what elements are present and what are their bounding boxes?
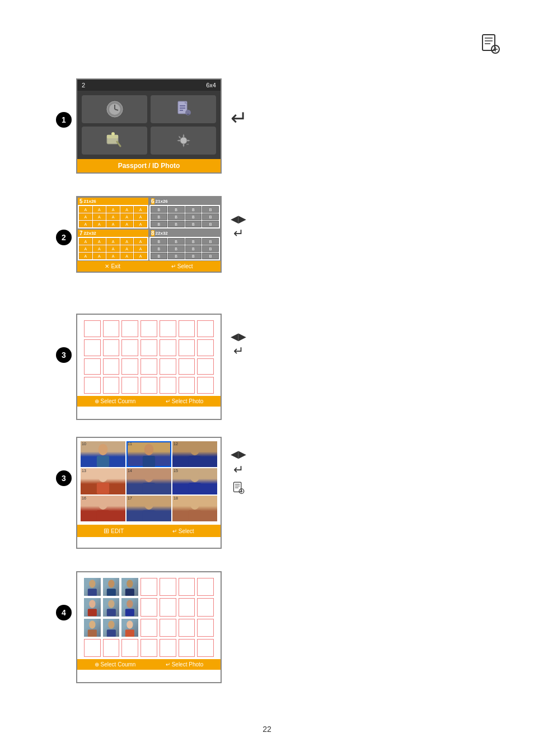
passport-slot-empty — [179, 598, 195, 616]
svg-rect-55 — [107, 609, 116, 617]
photo-num: 10 — [82, 442, 86, 446]
photo-cell-16: 16 — [81, 496, 125, 521]
step2-grid-top: 5 21x26 AAAAA AAAAA AAAAA — [77, 197, 221, 229]
screen1-size: 6x4 — [206, 82, 216, 88]
step3a-screen: ⊕ Select Coumn ↵ Select Photo — [76, 314, 222, 420]
photo-cell-18: 18 — [172, 496, 217, 521]
photo-slot — [140, 358, 157, 375]
lr-arrows3-icon: ◀▶ — [231, 448, 246, 460]
svg-point-52 — [89, 600, 95, 608]
svg-rect-61 — [107, 629, 116, 637]
photo-slot — [160, 320, 176, 337]
select-button2[interactable]: ↵ Select — [172, 528, 194, 534]
photo-slot — [160, 358, 176, 375]
passport-slot-filled — [84, 578, 101, 596]
step4-number: 4 — [56, 605, 72, 620]
photo-slot — [140, 320, 157, 337]
svg-point-23 — [144, 444, 154, 455]
cell8-num: 8 — [151, 230, 154, 236]
photo-slot — [197, 320, 214, 337]
select-column-button[interactable]: ⊕ Select Coumn — [95, 398, 136, 404]
photo-num: 18 — [174, 496, 178, 500]
svg-point-48 — [108, 580, 114, 588]
photo-slot — [179, 339, 195, 356]
select-button[interactable]: ↵ Select — [171, 263, 193, 269]
svg-rect-63 — [125, 629, 134, 637]
passport-slot-empty — [140, 598, 157, 616]
photo-slot — [121, 339, 138, 356]
icon-document — [151, 95, 216, 123]
enter-icon4: ↵ — [166, 661, 170, 668]
icon-hand-touch — [82, 127, 147, 155]
svg-rect-57 — [125, 609, 134, 617]
cell8-size: 22x32 — [156, 231, 168, 236]
exit-icon: ✕ — [105, 263, 109, 269]
photo-slot — [179, 377, 195, 394]
passport-photo-label: Passport / ID Photo — [118, 162, 180, 170]
column2-icon: ⊕ — [95, 661, 99, 668]
photo-num: 15 — [174, 469, 178, 473]
photo-slot — [121, 377, 138, 394]
step3b-footer: ⊞ EDIT ↵ Select — [77, 525, 221, 537]
photo-slot — [197, 358, 214, 375]
step3b-number: 3 — [56, 470, 72, 486]
select-label2: Select — [179, 528, 194, 534]
step3a-container: 3 — [56, 314, 246, 420]
lr-arrows-icon: ◀▶ — [231, 213, 246, 225]
exit-button[interactable]: ✕ Exit — [105, 263, 120, 269]
cell5-size: 21x26 — [84, 199, 96, 204]
passport-slot-empty — [179, 578, 195, 596]
svg-rect-0 — [483, 35, 495, 50]
step4-screen: ⊕ Select Coumn ↵ Select Photo — [76, 571, 222, 683]
passport-slot-empty — [160, 598, 176, 616]
cell7-num: 7 — [79, 230, 83, 236]
photo-slot — [140, 339, 157, 356]
passport-slot-empty — [140, 619, 157, 637]
select-column2-label: Select Coumn — [101, 661, 136, 668]
step1-container: 1 2 6x4 — [56, 78, 247, 174]
passport-slot-empty — [84, 639, 101, 657]
photo-num: 17 — [128, 496, 132, 500]
edit-button[interactable]: ⊞ EDIT — [104, 527, 124, 535]
photo-num: 14 — [128, 469, 132, 473]
svg-point-31 — [190, 471, 200, 482]
photo-slot — [84, 377, 101, 394]
photo-cell-12: 12 — [172, 441, 217, 467]
select-column-label: Select Coumn — [101, 398, 136, 404]
svg-rect-24 — [143, 456, 155, 467]
passport-slot-empty — [160, 619, 176, 637]
screen1-icon-grid — [77, 91, 221, 159]
photo-num: 11 — [128, 442, 132, 446]
lr-arrows2-icon: ◀▶ — [231, 330, 246, 343]
svg-rect-28 — [97, 483, 109, 494]
step1-number: 1 — [56, 112, 72, 128]
photo-slot — [84, 320, 101, 337]
passport-slot-filled — [84, 598, 101, 616]
svg-point-62 — [127, 620, 133, 629]
select-photo-button[interactable]: ↵ Select Photo — [166, 398, 204, 404]
photo-slot — [103, 339, 120, 356]
photo-cell-14: 14 — [127, 468, 171, 494]
photo-slot — [179, 358, 195, 375]
passport-slot-empty — [179, 639, 195, 657]
svg-point-29 — [144, 471, 154, 482]
passport-slot-empty — [197, 578, 214, 596]
step3a-footer: ⊕ Select Coumn ↵ Select Photo — [77, 396, 221, 407]
select-photo2-button[interactable]: ↵ Select Photo — [166, 661, 204, 668]
step2-container: 2 5 21x26 AAAAA AAAAA AAAAA — [56, 196, 246, 273]
cell6-num: 6 — [151, 198, 154, 204]
photo-slot — [197, 339, 214, 356]
exit-label: Exit — [111, 263, 120, 269]
svg-point-54 — [108, 600, 114, 608]
step2-grid-bottom: 7 22x32 AAAAA AAAAA AAAAA — [77, 229, 221, 261]
passport-slot-filled — [103, 578, 120, 596]
step3a-number: 3 — [56, 347, 72, 363]
screen1-footer: Passport / ID Photo — [77, 159, 221, 172]
svg-point-25 — [190, 444, 200, 455]
step3b-container: 3 10 11 12 — [56, 437, 246, 549]
select-column2-button[interactable]: ⊕ Select Coumn — [95, 661, 136, 668]
select-label: Select — [177, 263, 193, 269]
select-photo2-label: Select Photo — [172, 661, 204, 668]
svg-rect-22 — [97, 456, 109, 467]
enter-icon3: ↵ — [172, 528, 177, 534]
